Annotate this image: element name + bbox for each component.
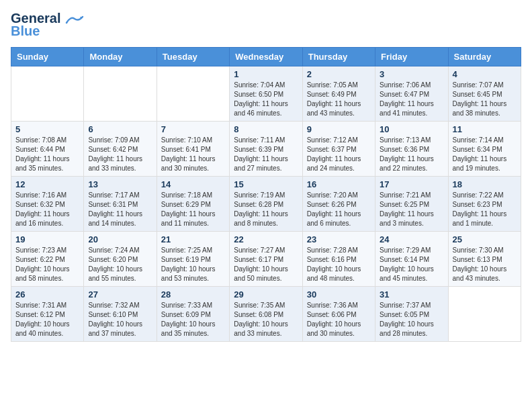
calendar-cell: 25Sunrise: 7:30 AM Sunset: 6:13 PM Dayli… xyxy=(448,232,521,287)
page-header: General Blue xyxy=(11,11,521,39)
logo: General Blue xyxy=(11,11,84,39)
logo-bird-icon xyxy=(65,15,84,26)
calendar-cell: 22Sunrise: 7:27 AM Sunset: 6:17 PM Dayli… xyxy=(230,232,302,287)
calendar-cell: 31Sunrise: 7:37 AM Sunset: 6:05 PM Dayli… xyxy=(375,287,448,342)
calendar-cell: 1Sunrise: 7:04 AM Sunset: 6:50 PM Daylig… xyxy=(230,66,302,122)
day-info: Sunrise: 7:20 AM Sunset: 6:26 PM Dayligh… xyxy=(307,191,371,228)
day-info: Sunrise: 7:12 AM Sunset: 6:37 PM Dayligh… xyxy=(307,136,371,173)
day-info: Sunrise: 7:32 AM Sunset: 6:10 PM Dayligh… xyxy=(88,301,152,338)
day-info: Sunrise: 7:08 AM Sunset: 6:44 PM Dayligh… xyxy=(15,136,79,173)
weekday-header-sunday: Sunday xyxy=(11,48,84,66)
day-number: 5 xyxy=(15,124,79,134)
day-number: 18 xyxy=(453,179,517,189)
day-number: 21 xyxy=(161,234,225,244)
calendar-cell: 3Sunrise: 7:06 AM Sunset: 6:47 PM Daylig… xyxy=(375,66,448,122)
calendar-cell xyxy=(448,287,521,342)
day-info: Sunrise: 7:28 AM Sunset: 6:16 PM Dayligh… xyxy=(307,246,371,283)
day-info: Sunrise: 7:27 AM Sunset: 6:17 PM Dayligh… xyxy=(234,246,298,283)
day-number: 14 xyxy=(161,179,225,189)
calendar-cell: 19Sunrise: 7:23 AM Sunset: 6:22 PM Dayli… xyxy=(11,232,84,287)
calendar-cell: 12Sunrise: 7:16 AM Sunset: 6:32 PM Dayli… xyxy=(11,177,84,232)
logo-blue: Blue xyxy=(11,24,40,39)
day-number: 19 xyxy=(15,234,79,244)
calendar-cell: 13Sunrise: 7:17 AM Sunset: 6:31 PM Dayli… xyxy=(84,177,157,232)
day-info: Sunrise: 7:13 AM Sunset: 6:36 PM Dayligh… xyxy=(380,136,443,173)
day-info: Sunrise: 7:04 AM Sunset: 6:50 PM Dayligh… xyxy=(234,81,298,118)
day-info: Sunrise: 7:31 AM Sunset: 6:12 PM Dayligh… xyxy=(15,301,79,338)
day-info: Sunrise: 7:37 AM Sunset: 6:05 PM Dayligh… xyxy=(380,301,443,338)
day-number: 11 xyxy=(453,124,517,134)
calendar-cell: 30Sunrise: 7:36 AM Sunset: 6:06 PM Dayli… xyxy=(302,287,375,342)
day-info: Sunrise: 7:18 AM Sunset: 6:29 PM Dayligh… xyxy=(161,191,225,228)
calendar-cell: 8Sunrise: 7:11 AM Sunset: 6:39 PM Daylig… xyxy=(230,122,302,177)
day-number: 2 xyxy=(307,69,371,79)
day-number: 4 xyxy=(453,69,517,79)
weekday-header-monday: Monday xyxy=(84,48,157,66)
calendar-cell: 29Sunrise: 7:35 AM Sunset: 6:08 PM Dayli… xyxy=(230,287,302,342)
day-number: 12 xyxy=(15,179,79,189)
weekday-header-friday: Friday xyxy=(375,48,448,66)
day-number: 28 xyxy=(161,289,225,300)
weekday-header-thursday: Thursday xyxy=(302,48,375,66)
day-info: Sunrise: 7:10 AM Sunset: 6:41 PM Dayligh… xyxy=(161,136,225,173)
calendar-cell xyxy=(84,66,157,122)
day-info: Sunrise: 7:21 AM Sunset: 6:25 PM Dayligh… xyxy=(380,191,443,228)
day-number: 20 xyxy=(88,234,152,244)
day-number: 31 xyxy=(380,289,443,300)
calendar-cell: 14Sunrise: 7:18 AM Sunset: 6:29 PM Dayli… xyxy=(157,177,229,232)
day-number: 17 xyxy=(380,179,443,189)
day-info: Sunrise: 7:16 AM Sunset: 6:32 PM Dayligh… xyxy=(15,191,79,228)
day-number: 16 xyxy=(307,179,371,189)
calendar-cell: 7Sunrise: 7:10 AM Sunset: 6:41 PM Daylig… xyxy=(157,122,229,177)
day-info: Sunrise: 7:30 AM Sunset: 6:13 PM Dayligh… xyxy=(453,246,517,283)
day-number: 15 xyxy=(234,179,298,189)
day-info: Sunrise: 7:22 AM Sunset: 6:23 PM Dayligh… xyxy=(453,191,517,228)
day-info: Sunrise: 7:07 AM Sunset: 6:45 PM Dayligh… xyxy=(453,81,517,118)
day-number: 22 xyxy=(234,234,298,244)
day-info: Sunrise: 7:14 AM Sunset: 6:34 PM Dayligh… xyxy=(453,136,517,173)
day-info: Sunrise: 7:36 AM Sunset: 6:06 PM Dayligh… xyxy=(307,301,371,338)
day-number: 8 xyxy=(234,124,298,134)
day-number: 7 xyxy=(161,124,225,134)
calendar-table: SundayMondayTuesdayWednesdayThursdayFrid… xyxy=(11,47,521,342)
calendar-week-3: 12Sunrise: 7:16 AM Sunset: 6:32 PM Dayli… xyxy=(11,177,521,232)
calendar-cell: 2Sunrise: 7:05 AM Sunset: 6:49 PM Daylig… xyxy=(302,66,375,122)
calendar-cell: 4Sunrise: 7:07 AM Sunset: 6:45 PM Daylig… xyxy=(448,66,521,122)
day-number: 29 xyxy=(234,289,298,300)
calendar-cell: 17Sunrise: 7:21 AM Sunset: 6:25 PM Dayli… xyxy=(375,177,448,232)
calendar-cell: 18Sunrise: 7:22 AM Sunset: 6:23 PM Dayli… xyxy=(448,177,521,232)
calendar-cell xyxy=(157,66,229,122)
calendar-cell: 9Sunrise: 7:12 AM Sunset: 6:37 PM Daylig… xyxy=(302,122,375,177)
calendar-cell xyxy=(11,66,84,122)
day-number: 9 xyxy=(307,124,371,134)
day-number: 3 xyxy=(380,69,443,79)
calendar-cell: 10Sunrise: 7:13 AM Sunset: 6:36 PM Dayli… xyxy=(375,122,448,177)
day-info: Sunrise: 7:09 AM Sunset: 6:42 PM Dayligh… xyxy=(88,136,152,173)
day-info: Sunrise: 7:33 AM Sunset: 6:09 PM Dayligh… xyxy=(161,301,225,338)
calendar-week-1: 1Sunrise: 7:04 AM Sunset: 6:50 PM Daylig… xyxy=(11,66,521,122)
day-info: Sunrise: 7:06 AM Sunset: 6:47 PM Dayligh… xyxy=(380,81,443,118)
calendar-cell: 24Sunrise: 7:29 AM Sunset: 6:14 PM Dayli… xyxy=(375,232,448,287)
calendar-cell: 28Sunrise: 7:33 AM Sunset: 6:09 PM Dayli… xyxy=(157,287,229,342)
day-number: 26 xyxy=(15,289,79,300)
calendar-week-4: 19Sunrise: 7:23 AM Sunset: 6:22 PM Dayli… xyxy=(11,232,521,287)
day-number: 10 xyxy=(380,124,443,134)
day-number: 27 xyxy=(88,289,152,300)
day-number: 23 xyxy=(307,234,371,244)
calendar-week-5: 26Sunrise: 7:31 AM Sunset: 6:12 PM Dayli… xyxy=(11,287,521,342)
calendar-cell: 23Sunrise: 7:28 AM Sunset: 6:16 PM Dayli… xyxy=(302,232,375,287)
weekday-header-saturday: Saturday xyxy=(448,48,521,66)
calendar-cell: 5Sunrise: 7:08 AM Sunset: 6:44 PM Daylig… xyxy=(11,122,84,177)
weekday-header-row: SundayMondayTuesdayWednesdayThursdayFrid… xyxy=(11,48,521,66)
day-info: Sunrise: 7:29 AM Sunset: 6:14 PM Dayligh… xyxy=(380,246,443,283)
day-info: Sunrise: 7:25 AM Sunset: 6:19 PM Dayligh… xyxy=(161,246,225,283)
day-info: Sunrise: 7:35 AM Sunset: 6:08 PM Dayligh… xyxy=(234,301,298,338)
day-info: Sunrise: 7:11 AM Sunset: 6:39 PM Dayligh… xyxy=(234,136,298,173)
calendar-week-2: 5Sunrise: 7:08 AM Sunset: 6:44 PM Daylig… xyxy=(11,122,521,177)
calendar-cell: 6Sunrise: 7:09 AM Sunset: 6:42 PM Daylig… xyxy=(84,122,157,177)
day-number: 13 xyxy=(88,179,152,189)
calendar-cell: 15Sunrise: 7:19 AM Sunset: 6:28 PM Dayli… xyxy=(230,177,302,232)
calendar-cell: 20Sunrise: 7:24 AM Sunset: 6:20 PM Dayli… xyxy=(84,232,157,287)
calendar-cell: 21Sunrise: 7:25 AM Sunset: 6:19 PM Dayli… xyxy=(157,232,229,287)
calendar-cell: 27Sunrise: 7:32 AM Sunset: 6:10 PM Dayli… xyxy=(84,287,157,342)
